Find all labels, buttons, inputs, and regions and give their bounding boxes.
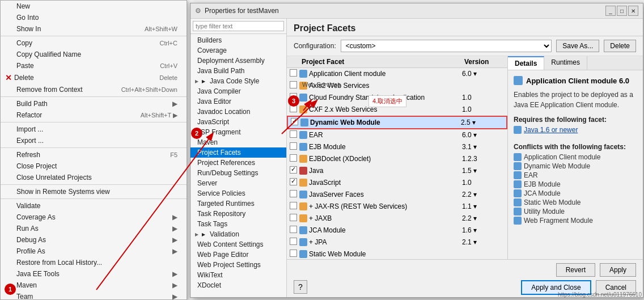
menu-item-validate[interactable]: Validate xyxy=(1,200,187,212)
facet-check-ear[interactable] xyxy=(290,130,297,138)
facet-row-java[interactable]: Java 1.5 ▾ xyxy=(287,165,507,177)
config-row: Configuration: <custom> Save As... Delet… xyxy=(287,36,643,56)
filter-input[interactable] xyxy=(193,21,284,31)
tree-item-run-debug[interactable]: Run/Debug Settings xyxy=(190,168,286,178)
menu-item-close-unrelated[interactable]: Close Unrelated Projects xyxy=(1,172,187,183)
facet-row-ejbdoclet[interactable]: EJBDoclet (XDoclet) 1.2.3 xyxy=(287,153,507,165)
requires-java-link[interactable]: Java 1.6 or newer xyxy=(514,126,637,134)
tree-item-web-project[interactable]: Web Project Settings xyxy=(190,260,286,270)
menu-item-maven[interactable]: Maven▶ xyxy=(1,280,187,291)
tree-item-wikitext[interactable]: WikiText xyxy=(190,270,286,280)
facet-check-jpa[interactable] xyxy=(290,238,297,245)
menu-item-export[interactable]: Export ... xyxy=(1,135,187,146)
facet-row-ear[interactable]: EAR 6.0 ▾ xyxy=(287,129,507,141)
main-panel: Project Facets Configuration: <custom> S… xyxy=(287,19,643,297)
tree-item-project-facets[interactable]: Project Facets xyxy=(190,147,286,158)
facet-check-jca[interactable] xyxy=(290,226,297,233)
menu-item-show-in[interactable]: Show In Alt+Shift+W xyxy=(1,23,187,35)
tree-item-server[interactable]: Server xyxy=(190,178,286,188)
facet-check-jsf[interactable] xyxy=(290,190,297,197)
facet-check-js[interactable] xyxy=(290,178,297,185)
apply-button[interactable]: Apply xyxy=(600,263,636,277)
facet-row-jca[interactable]: JCA Module 1.6 ▾ xyxy=(287,225,507,236)
revert-button[interactable]: Revert xyxy=(556,263,595,277)
tree-item-maven[interactable]: Maven xyxy=(190,137,286,147)
tree-item-xdoclet[interactable]: XDoclet xyxy=(190,280,286,290)
menu-item-restore[interactable]: Restore from Local History... xyxy=(1,257,187,268)
tree-item-web-page[interactable]: Web Page Editor xyxy=(190,250,286,260)
conflict-icon xyxy=(514,171,522,179)
menu-item-delete[interactable]: ✕ Delete Delete xyxy=(1,71,187,84)
tree-item-task-repo[interactable]: Task Repository xyxy=(190,209,286,219)
tab-details[interactable]: Details xyxy=(508,56,544,70)
menu-item-import[interactable]: Import ... xyxy=(1,124,187,135)
menu-item-copy-qualified[interactable]: Copy Qualified Name xyxy=(1,49,187,60)
facet-check-jaxrs[interactable] xyxy=(290,202,297,209)
facet-icon xyxy=(300,119,308,126)
facet-row-app-client[interactable]: Application Client module 6.0 ▾ xyxy=(287,68,507,80)
tree-item-service-policies[interactable]: Service Policies xyxy=(190,188,286,198)
tree-item-jsp[interactable]: JSP Fragment xyxy=(190,127,286,137)
tree-item-java-code[interactable]: ▶Java Code Style xyxy=(190,76,286,86)
window-titlebar: ⚙ Properties for testMaven _ □ ✕ xyxy=(190,3,643,19)
menu-item-paste[interactable]: Paste Ctrl+V xyxy=(1,60,187,71)
menu-item-team[interactable]: Team▶ xyxy=(1,291,187,300)
facet-check-app-client[interactable] xyxy=(290,69,297,77)
tree-item-web-content[interactable]: Web Content Settings xyxy=(190,239,286,250)
config-select[interactable]: <custom> xyxy=(341,40,552,52)
tree-item-targeted[interactable]: Targeted Runtimes xyxy=(190,198,286,209)
menu-item-java-ee[interactable]: Java EE Tools▶ xyxy=(1,268,187,280)
tree-item-task-tags[interactable]: Task Tags xyxy=(190,219,286,229)
facet-check-dynamic-web[interactable] xyxy=(291,118,298,125)
facet-row-jpa[interactable]: + JPA 2.1 ▾ xyxy=(287,236,507,248)
tree-item-builders[interactable]: Builders xyxy=(190,35,286,45)
menu-item-remove-context[interactable]: Remove from Context Ctrl+Alt+Shift+Down xyxy=(1,84,187,95)
facet-row-axis2[interactable]: Axis2 Web Services xyxy=(287,80,507,92)
tree-item-coverage[interactable]: Coverage xyxy=(190,45,286,56)
facet-check-axis2[interactable] xyxy=(290,81,297,88)
menu-item-go-into[interactable]: Go Into xyxy=(1,12,187,23)
facet-row-jaxrs[interactable]: + JAX-RS (REST Web Services) 1.1 ▾ xyxy=(287,201,507,213)
menu-item-build-path[interactable]: Build Path ▶ xyxy=(1,98,187,109)
tree-item-project-refs[interactable]: Project References xyxy=(190,158,286,168)
minimize-button[interactable]: _ xyxy=(605,6,616,16)
panel-title: Project Facets xyxy=(287,19,643,36)
details-title-row: Application Client module 6.0 xyxy=(514,76,637,85)
menu-item-refresh[interactable]: Refresh F5 xyxy=(1,149,187,160)
menu-item-close-project[interactable]: Close Project xyxy=(1,160,187,172)
menu-item-copy[interactable]: Copy Ctrl+C xyxy=(1,37,187,49)
facet-row-jaxb[interactable]: + JAXB 2.2 ▾ xyxy=(287,213,507,225)
tree-item-java-compiler[interactable]: Java Compiler xyxy=(190,86,286,96)
menu-item-new[interactable]: New xyxy=(1,1,187,12)
tree-item-validation[interactable]: ▶Validation xyxy=(190,229,286,239)
menu-item-profile[interactable]: Profile As▶ xyxy=(1,246,187,257)
delete-button[interactable]: Delete xyxy=(604,40,636,52)
tree-item-java-editor[interactable]: Java Editor xyxy=(190,96,286,107)
facet-check-ejbdoclet[interactable] xyxy=(290,154,297,162)
facet-icon xyxy=(299,202,307,210)
menu-item-refactor[interactable]: Refactor Alt+Shift+T ▶ xyxy=(1,109,187,121)
tree-item-javadoc[interactable]: Javadoc Location xyxy=(190,107,286,117)
facet-check-static-web[interactable] xyxy=(290,250,297,257)
save-as-button[interactable]: Save As... xyxy=(556,40,599,52)
facet-row-static-web[interactable]: Static Web Module xyxy=(287,248,507,259)
facet-check-jaxb[interactable] xyxy=(290,214,297,221)
menu-item-coverage[interactable]: Coverage As▶ xyxy=(1,212,187,223)
maximize-button[interactable]: □ xyxy=(617,6,627,16)
close-button[interactable]: ✕ xyxy=(628,6,638,16)
facet-row-jsf[interactable]: JavaServer Faces 2.2 ▾ xyxy=(287,189,507,201)
menu-item-show-remote[interactable]: Show in Remote Systems view xyxy=(1,186,187,197)
tab-runtimes[interactable]: Runtimes xyxy=(544,56,587,70)
menu-item-debug[interactable]: Debug As▶ xyxy=(1,234,187,246)
tree-item-deployment[interactable]: Deployment Assembly xyxy=(190,56,286,66)
facets-body: Project Facet Version Application Client… xyxy=(287,56,643,259)
facet-row-js[interactable]: JavaScript 1.0 xyxy=(287,177,507,189)
facet-row-ejb[interactable]: EJB Module 3.1 ▾ xyxy=(287,141,507,153)
tree-item-javascript[interactable]: JavaScript xyxy=(190,117,286,127)
facet-check-java[interactable] xyxy=(290,166,297,174)
facet-check-ejb[interactable] xyxy=(290,142,297,150)
facet-row-dynamic-web[interactable]: Dynamic Web Module 2.5 ▾ xyxy=(287,116,507,129)
menu-item-run[interactable]: Run As▶ xyxy=(1,223,187,234)
tree-item-java-build[interactable]: Java Build Path xyxy=(190,66,286,76)
help-button[interactable]: ? xyxy=(294,280,307,294)
